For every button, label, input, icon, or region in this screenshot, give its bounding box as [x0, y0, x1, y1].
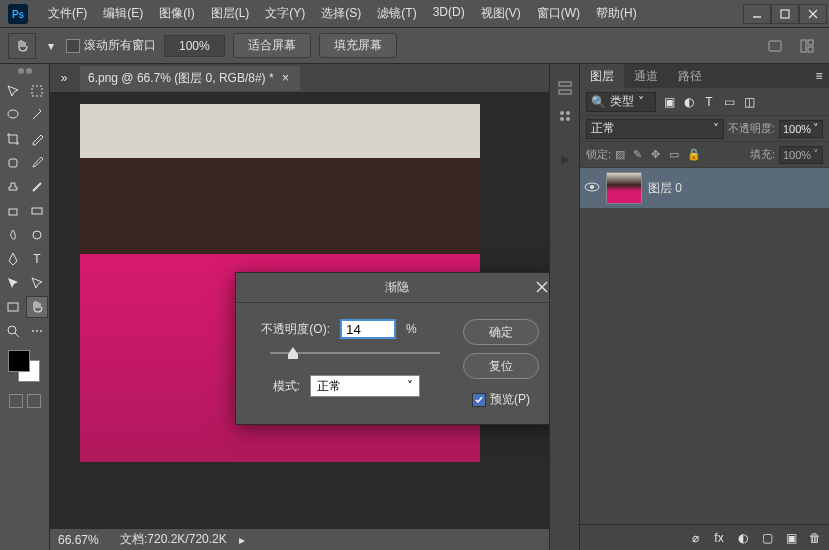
- svg-rect-9: [808, 47, 813, 52]
- tool-preset-icon[interactable]: [8, 33, 36, 59]
- lasso-tool[interactable]: [2, 104, 24, 126]
- tab-paths[interactable]: 路径: [668, 64, 712, 88]
- scroll-all-checkbox[interactable]: [66, 39, 80, 53]
- quickmask-icon[interactable]: [9, 394, 23, 408]
- lock-position-icon[interactable]: ✥: [651, 148, 665, 162]
- direct-select-tool[interactable]: [26, 272, 48, 294]
- canvas-area[interactable]: GX 网 system.com 渐隐 不透明度(O): %: [50, 92, 549, 528]
- layer-visibility-icon[interactable]: [584, 181, 600, 196]
- move-tool[interactable]: [2, 80, 24, 102]
- tab-channels[interactable]: 通道: [624, 64, 668, 88]
- layer-thumbnail[interactable]: [606, 172, 642, 204]
- foreground-color[interactable]: [8, 350, 30, 372]
- fill-value[interactable]: 100%˅: [779, 146, 823, 164]
- marquee-tool[interactable]: [26, 80, 48, 102]
- menu-image[interactable]: 图像(I): [151, 1, 202, 26]
- link-layers-icon[interactable]: ⌀: [687, 530, 703, 546]
- preview-checkbox[interactable]: [472, 393, 486, 407]
- blend-mode-select[interactable]: 正常˅: [586, 119, 724, 139]
- fill-screen-button[interactable]: 填充屏幕: [319, 33, 397, 58]
- stamp-tool[interactable]: [2, 176, 24, 198]
- menu-select[interactable]: 选择(S): [313, 1, 369, 26]
- gradient-tool[interactable]: [26, 200, 48, 222]
- heal-tool[interactable]: [2, 152, 24, 174]
- path-tool[interactable]: [2, 272, 24, 294]
- svg-point-15: [33, 231, 41, 239]
- hand-tool[interactable]: [26, 296, 48, 318]
- menu-view[interactable]: 视图(V): [473, 1, 529, 26]
- tab-layers[interactable]: 图层: [580, 64, 624, 88]
- menu-filter[interactable]: 滤镜(T): [369, 1, 424, 26]
- eraser-tool[interactable]: [2, 200, 24, 222]
- color-swatches[interactable]: [2, 350, 47, 390]
- filter-pixel-icon[interactable]: ▣: [662, 95, 676, 109]
- cloud-icon[interactable]: [761, 34, 789, 58]
- document-tab-close[interactable]: ×: [280, 72, 292, 84]
- layer-mask-icon[interactable]: ◐: [735, 530, 751, 546]
- mode-select[interactable]: 正常 ˅: [310, 375, 420, 397]
- wand-tool[interactable]: [26, 104, 48, 126]
- menu-3d[interactable]: 3D(D): [425, 1, 473, 26]
- menu-file[interactable]: 文件(F): [40, 1, 95, 26]
- svg-rect-12: [9, 159, 17, 167]
- opacity-input[interactable]: [340, 319, 396, 339]
- ok-button[interactable]: 确定: [463, 319, 539, 345]
- ruler-toggle-icon[interactable]: »: [54, 68, 74, 88]
- minimize-button[interactable]: [743, 4, 771, 24]
- status-zoom[interactable]: 66.67%: [58, 533, 108, 547]
- rectangle-tool[interactable]: [2, 296, 24, 318]
- menu-window[interactable]: 窗口(W): [529, 1, 588, 26]
- lock-artboard-icon[interactable]: ▭: [669, 148, 683, 162]
- menu-layer[interactable]: 图层(L): [203, 1, 258, 26]
- slider-thumb[interactable]: [288, 347, 298, 359]
- eyedropper-tool[interactable]: [26, 128, 48, 150]
- delete-layer-icon[interactable]: 🗑: [807, 530, 823, 546]
- menu-edit[interactable]: 编辑(E): [95, 1, 151, 26]
- zoom-100-button[interactable]: 100%: [164, 35, 225, 57]
- lock-transparent-icon[interactable]: ▨: [615, 148, 629, 162]
- dock-icon-2[interactable]: [553, 104, 577, 128]
- dock-icon-1[interactable]: [553, 76, 577, 100]
- layer-row[interactable]: 图层 0: [580, 168, 829, 208]
- crop-tool[interactable]: [2, 128, 24, 150]
- toolbox: T ⋯: [0, 64, 50, 550]
- pen-tool[interactable]: [2, 248, 24, 270]
- reset-button[interactable]: 复位: [463, 353, 539, 379]
- screenmode-icon[interactable]: [27, 394, 41, 408]
- filter-type-icon[interactable]: T: [702, 95, 716, 109]
- fit-screen-button[interactable]: 适合屏幕: [233, 33, 311, 58]
- filter-shape-icon[interactable]: ▭: [722, 95, 736, 109]
- status-menu-icon[interactable]: ▸: [239, 533, 249, 547]
- brush-tool[interactable]: [26, 152, 48, 174]
- layer-name[interactable]: 图层 0: [648, 180, 682, 197]
- layer-style-icon[interactable]: fx: [711, 530, 727, 546]
- tool-preset-dropdown[interactable]: ▾: [44, 39, 58, 53]
- chevron-down-icon: ˅: [407, 379, 413, 393]
- menu-help[interactable]: 帮助(H): [588, 1, 645, 26]
- layer-filter-select[interactable]: 🔍 类型 ˅: [586, 92, 656, 112]
- close-button[interactable]: [799, 4, 827, 24]
- dodge-tool[interactable]: [26, 224, 48, 246]
- filter-smart-icon[interactable]: ◫: [742, 95, 756, 109]
- edit-toolbar[interactable]: ⋯: [26, 320, 48, 342]
- type-tool[interactable]: T: [26, 248, 48, 270]
- new-layer-icon[interactable]: ▣: [783, 530, 799, 546]
- preview-label: 预览(P): [490, 391, 530, 408]
- dialog-close-button[interactable]: [532, 277, 549, 297]
- document-tab[interactable]: 6.png @ 66.7% (图层 0, RGB/8#) * ×: [80, 66, 300, 91]
- history-brush-tool[interactable]: [26, 176, 48, 198]
- zoom-tool[interactable]: [2, 320, 24, 342]
- new-group-icon[interactable]: ▢: [759, 530, 775, 546]
- panel-menu-icon[interactable]: ≡: [809, 64, 829, 88]
- opacity-panel-value[interactable]: 100%˅: [779, 120, 823, 138]
- workspace-icon[interactable]: [793, 34, 821, 58]
- maximize-button[interactable]: [771, 4, 799, 24]
- filter-adjust-icon[interactable]: ◐: [682, 95, 696, 109]
- blur-tool[interactable]: [2, 224, 24, 246]
- svg-rect-7: [801, 40, 806, 52]
- dock-play-icon[interactable]: [553, 148, 577, 172]
- menu-type[interactable]: 文字(Y): [257, 1, 313, 26]
- lock-pixel-icon[interactable]: ✎: [633, 148, 647, 162]
- lock-all-icon[interactable]: 🔒: [687, 148, 701, 162]
- opacity-slider[interactable]: [270, 345, 440, 361]
